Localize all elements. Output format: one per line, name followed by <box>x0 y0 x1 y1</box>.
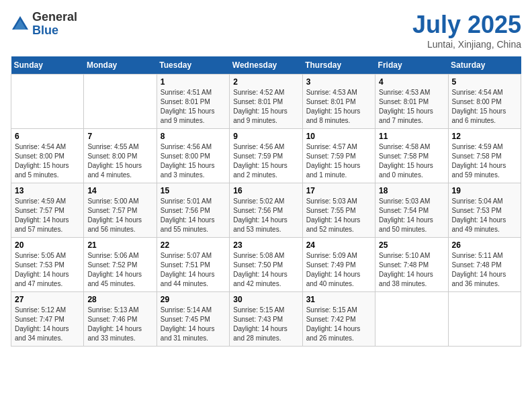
day-number: 28 <box>87 295 152 304</box>
day-info: Sunrise: 5:07 AM Sunset: 7:51 PM Dayligh… <box>161 251 226 289</box>
logo-icon <box>11 15 30 34</box>
logo: General Blue <box>11 11 77 38</box>
day-info: Sunrise: 4:56 AM Sunset: 7:59 PM Dayligh… <box>233 142 298 180</box>
calendar-cell: 24Sunrise: 5:09 AM Sunset: 7:49 PM Dayli… <box>302 238 375 292</box>
day-info: Sunrise: 5:10 AM Sunset: 7:48 PM Dayligh… <box>379 251 444 289</box>
header-cell-monday: Monday <box>84 56 157 75</box>
calendar-cell: 6Sunrise: 4:54 AM Sunset: 8:00 PM Daylig… <box>11 129 84 183</box>
day-number: 1 <box>161 77 226 87</box>
day-number: 30 <box>233 295 298 304</box>
calendar-cell: 1Sunrise: 4:51 AM Sunset: 8:01 PM Daylig… <box>157 75 229 129</box>
day-info: Sunrise: 5:03 AM Sunset: 7:54 PM Dayligh… <box>379 197 444 234</box>
day-info: Sunrise: 4:54 AM Sunset: 8:00 PM Dayligh… <box>452 88 517 126</box>
day-info: Sunrise: 4:52 AM Sunset: 8:01 PM Dayligh… <box>233 88 298 126</box>
day-number: 11 <box>379 132 444 141</box>
day-number: 21 <box>87 240 152 250</box>
calendar-cell: 30Sunrise: 5:15 AM Sunset: 7:43 PM Dayli… <box>230 292 302 347</box>
logo-text: General Blue <box>32 11 77 38</box>
calendar-table: SundayMondayTuesdayWednesdayThursdayFrid… <box>11 56 521 347</box>
calendar-header: SundayMondayTuesdayWednesdayThursdayFrid… <box>11 56 521 75</box>
day-info: Sunrise: 5:04 AM Sunset: 7:53 PM Dayligh… <box>452 197 517 234</box>
day-number: 26 <box>452 240 517 250</box>
day-info: Sunrise: 4:53 AM Sunset: 8:01 PM Dayligh… <box>306 88 371 126</box>
day-info: Sunrise: 5:01 AM Sunset: 7:56 PM Dayligh… <box>161 197 226 234</box>
calendar-cell <box>84 75 157 129</box>
day-number: 16 <box>233 186 298 195</box>
calendar-cell: 23Sunrise: 5:08 AM Sunset: 7:50 PM Dayli… <box>230 238 302 292</box>
location: Luntai, Xinjiang, China <box>412 39 521 50</box>
day-number: 27 <box>15 295 80 304</box>
calendar-cell: 11Sunrise: 4:58 AM Sunset: 7:58 PM Dayli… <box>375 129 448 183</box>
day-number: 13 <box>15 186 80 195</box>
day-info: Sunrise: 4:55 AM Sunset: 8:00 PM Dayligh… <box>87 142 152 180</box>
day-number: 6 <box>15 132 80 141</box>
day-info: Sunrise: 4:51 AM Sunset: 8:01 PM Dayligh… <box>161 88 226 126</box>
day-info: Sunrise: 5:03 AM Sunset: 7:55 PM Dayligh… <box>306 197 371 234</box>
calendar-cell: 4Sunrise: 4:53 AM Sunset: 8:01 PM Daylig… <box>375 75 448 129</box>
day-number: 15 <box>161 186 226 195</box>
calendar-body: 1Sunrise: 4:51 AM Sunset: 8:01 PM Daylig… <box>11 75 521 347</box>
day-number: 22 <box>161 240 226 250</box>
week-row-4: 20Sunrise: 5:05 AM Sunset: 7:53 PM Dayli… <box>11 238 521 292</box>
day-info: Sunrise: 4:58 AM Sunset: 7:58 PM Dayligh… <box>379 142 444 180</box>
day-number: 23 <box>233 240 298 250</box>
day-info: Sunrise: 5:12 AM Sunset: 7:47 PM Dayligh… <box>15 306 80 343</box>
day-info: Sunrise: 4:59 AM Sunset: 7:58 PM Dayligh… <box>452 142 517 180</box>
calendar-cell: 10Sunrise: 4:57 AM Sunset: 7:59 PM Dayli… <box>302 129 375 183</box>
day-info: Sunrise: 5:15 AM Sunset: 7:43 PM Dayligh… <box>233 306 298 343</box>
calendar-cell <box>11 75 84 129</box>
day-info: Sunrise: 5:13 AM Sunset: 7:46 PM Dayligh… <box>87 306 152 343</box>
day-number: 2 <box>233 77 298 87</box>
calendar-cell: 19Sunrise: 5:04 AM Sunset: 7:53 PM Dayli… <box>448 183 521 238</box>
header-cell-tuesday: Tuesday <box>157 56 229 75</box>
day-info: Sunrise: 5:02 AM Sunset: 7:56 PM Dayligh… <box>233 197 298 234</box>
calendar-cell: 8Sunrise: 4:56 AM Sunset: 8:00 PM Daylig… <box>157 129 229 183</box>
day-info: Sunrise: 4:57 AM Sunset: 7:59 PM Dayligh… <box>306 142 371 180</box>
day-number: 31 <box>306 295 371 304</box>
calendar-cell: 16Sunrise: 5:02 AM Sunset: 7:56 PM Dayli… <box>230 183 302 238</box>
calendar-cell: 27Sunrise: 5:12 AM Sunset: 7:47 PM Dayli… <box>11 292 84 347</box>
calendar-cell: 26Sunrise: 5:11 AM Sunset: 7:48 PM Dayli… <box>448 238 521 292</box>
day-info: Sunrise: 5:08 AM Sunset: 7:50 PM Dayligh… <box>233 251 298 289</box>
day-info: Sunrise: 5:06 AM Sunset: 7:52 PM Dayligh… <box>87 251 152 289</box>
title-block: July 2025 Luntai, Xinjiang, China <box>412 11 521 50</box>
header-row: SundayMondayTuesdayWednesdayThursdayFrid… <box>11 56 521 75</box>
day-info: Sunrise: 5:14 AM Sunset: 7:45 PM Dayligh… <box>161 306 226 343</box>
day-number: 18 <box>379 186 444 195</box>
calendar-cell: 29Sunrise: 5:14 AM Sunset: 7:45 PM Dayli… <box>157 292 229 347</box>
day-number: 14 <box>87 186 152 195</box>
day-number: 24 <box>306 240 371 250</box>
calendar-cell: 17Sunrise: 5:03 AM Sunset: 7:55 PM Dayli… <box>302 183 375 238</box>
week-row-1: 1Sunrise: 4:51 AM Sunset: 8:01 PM Daylig… <box>11 75 521 129</box>
day-number: 19 <box>452 186 517 195</box>
day-number: 9 <box>233 132 298 141</box>
calendar-cell: 18Sunrise: 5:03 AM Sunset: 7:54 PM Dayli… <box>375 183 448 238</box>
day-number: 12 <box>452 132 517 141</box>
day-info: Sunrise: 5:11 AM Sunset: 7:48 PM Dayligh… <box>452 251 517 289</box>
day-info: Sunrise: 4:54 AM Sunset: 8:00 PM Dayligh… <box>15 142 80 180</box>
day-number: 4 <box>379 77 444 87</box>
week-row-3: 13Sunrise: 4:59 AM Sunset: 7:57 PM Dayli… <box>11 183 521 238</box>
header-cell-friday: Friday <box>375 56 448 75</box>
day-number: 29 <box>161 295 226 304</box>
day-info: Sunrise: 5:09 AM Sunset: 7:49 PM Dayligh… <box>306 251 371 289</box>
day-number: 25 <box>379 240 444 250</box>
month-title: July 2025 <box>412 11 521 39</box>
calendar-cell: 12Sunrise: 4:59 AM Sunset: 7:58 PM Dayli… <box>448 129 521 183</box>
calendar-cell: 14Sunrise: 5:00 AM Sunset: 7:57 PM Dayli… <box>84 183 157 238</box>
header-cell-wednesday: Wednesday <box>230 56 302 75</box>
day-info: Sunrise: 5:15 AM Sunset: 7:42 PM Dayligh… <box>306 306 371 343</box>
week-row-2: 6Sunrise: 4:54 AM Sunset: 8:00 PM Daylig… <box>11 129 521 183</box>
day-number: 3 <box>306 77 371 87</box>
header-cell-thursday: Thursday <box>302 56 375 75</box>
calendar-cell: 21Sunrise: 5:06 AM Sunset: 7:52 PM Dayli… <box>84 238 157 292</box>
page-header: General Blue July 2025 Luntai, Xinjiang,… <box>11 11 521 50</box>
day-info: Sunrise: 5:05 AM Sunset: 7:53 PM Dayligh… <box>15 251 80 289</box>
day-info: Sunrise: 4:56 AM Sunset: 8:00 PM Dayligh… <box>161 142 226 180</box>
header-cell-saturday: Saturday <box>448 56 521 75</box>
week-row-5: 27Sunrise: 5:12 AM Sunset: 7:47 PM Dayli… <box>11 292 521 347</box>
calendar-cell: 31Sunrise: 5:15 AM Sunset: 7:42 PM Dayli… <box>302 292 375 347</box>
calendar-cell: 22Sunrise: 5:07 AM Sunset: 7:51 PM Dayli… <box>157 238 229 292</box>
day-info: Sunrise: 4:59 AM Sunset: 7:57 PM Dayligh… <box>15 197 80 234</box>
day-info: Sunrise: 4:53 AM Sunset: 8:01 PM Dayligh… <box>379 88 444 126</box>
